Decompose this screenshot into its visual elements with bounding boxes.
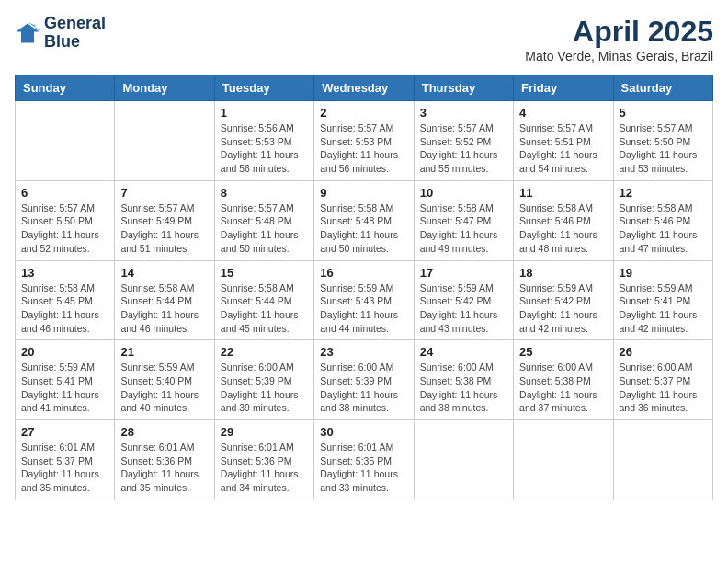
day-number: 15 xyxy=(221,266,308,280)
svg-marker-0 xyxy=(16,23,39,42)
day-info: Sunrise: 5:58 AM Sunset: 5:45 PM Dayligh… xyxy=(21,282,108,336)
calendar-cell: 18Sunrise: 5:59 AM Sunset: 5:42 PM Dayli… xyxy=(514,260,613,340)
day-of-week-header: Thursday xyxy=(414,75,513,101)
calendar-cell: 7Sunrise: 5:57 AM Sunset: 5:49 PM Daylig… xyxy=(115,180,214,260)
day-number: 19 xyxy=(620,266,707,280)
calendar-cell: 27Sunrise: 6:01 AM Sunset: 5:37 PM Dayli… xyxy=(16,420,115,500)
day-info: Sunrise: 5:59 AM Sunset: 5:41 PM Dayligh… xyxy=(620,282,707,336)
day-number: 5 xyxy=(620,106,707,120)
day-info: Sunrise: 5:59 AM Sunset: 5:41 PM Dayligh… xyxy=(21,361,108,415)
calendar-cell: 16Sunrise: 5:59 AM Sunset: 5:43 PM Dayli… xyxy=(314,260,414,340)
calendar-cell xyxy=(16,101,115,181)
day-info: Sunrise: 5:56 AM Sunset: 5:53 PM Dayligh… xyxy=(221,121,308,176)
day-number: 23 xyxy=(320,345,407,359)
day-info: Sunrise: 5:57 AM Sunset: 5:50 PM Dayligh… xyxy=(21,201,108,256)
calendar-cell: 11Sunrise: 5:58 AM Sunset: 5:46 PM Dayli… xyxy=(514,180,613,260)
day-number: 8 xyxy=(221,186,308,200)
calendar-cell: 1Sunrise: 5:56 AM Sunset: 5:53 PM Daylig… xyxy=(214,101,313,181)
calendar-week-row: 27Sunrise: 6:01 AM Sunset: 5:37 PM Dayli… xyxy=(16,420,713,500)
day-info: Sunrise: 6:01 AM Sunset: 5:36 PM Dayligh… xyxy=(120,441,208,495)
day-number: 16 xyxy=(320,266,407,280)
day-info: Sunrise: 5:57 AM Sunset: 5:48 PM Dayligh… xyxy=(221,201,308,256)
day-number: 25 xyxy=(519,345,607,359)
day-info: Sunrise: 6:01 AM Sunset: 5:35 PM Dayligh… xyxy=(320,441,407,495)
day-info: Sunrise: 5:58 AM Sunset: 5:44 PM Dayligh… xyxy=(120,282,208,336)
day-number: 22 xyxy=(221,345,308,359)
calendar-cell: 15Sunrise: 5:58 AM Sunset: 5:44 PM Dayli… xyxy=(214,260,313,340)
calendar-week-row: 1Sunrise: 5:56 AM Sunset: 5:53 PM Daylig… xyxy=(16,101,713,181)
logo-text: General Blue xyxy=(44,15,106,52)
day-number: 29 xyxy=(221,425,308,439)
day-of-week-header: Tuesday xyxy=(214,75,313,101)
day-number: 2 xyxy=(320,106,407,120)
day-of-week-header: Monday xyxy=(115,75,214,101)
day-of-week-header: Friday xyxy=(514,75,613,101)
month-title: April 2025 xyxy=(525,15,713,49)
day-number: 7 xyxy=(120,186,208,200)
calendar-cell xyxy=(115,101,214,181)
day-info: Sunrise: 5:59 AM Sunset: 5:40 PM Dayligh… xyxy=(120,361,208,415)
calendar-cell: 2Sunrise: 5:57 AM Sunset: 5:53 PM Daylig… xyxy=(314,101,414,181)
calendar-cell: 6Sunrise: 5:57 AM Sunset: 5:50 PM Daylig… xyxy=(16,180,115,260)
day-of-week-header: Sunday xyxy=(16,75,115,101)
calendar-cell: 13Sunrise: 5:58 AM Sunset: 5:45 PM Dayli… xyxy=(16,260,115,340)
day-number: 30 xyxy=(320,425,407,439)
calendar-cell xyxy=(414,420,513,500)
calendar-cell: 5Sunrise: 5:57 AM Sunset: 5:50 PM Daylig… xyxy=(613,101,712,181)
day-info: Sunrise: 5:59 AM Sunset: 5:43 PM Dayligh… xyxy=(320,282,407,336)
day-number: 3 xyxy=(420,106,507,120)
title-area: April 2025 Mato Verde, Minas Gerais, Bra… xyxy=(525,15,713,63)
calendar-cell: 12Sunrise: 5:58 AM Sunset: 5:46 PM Dayli… xyxy=(613,180,712,260)
calendar-cell: 19Sunrise: 5:59 AM Sunset: 5:41 PM Dayli… xyxy=(613,260,712,340)
day-info: Sunrise: 5:57 AM Sunset: 5:52 PM Dayligh… xyxy=(420,121,507,176)
calendar-cell: 28Sunrise: 6:01 AM Sunset: 5:36 PM Dayli… xyxy=(115,420,214,500)
day-number: 13 xyxy=(21,266,108,280)
day-info: Sunrise: 5:59 AM Sunset: 5:42 PM Dayligh… xyxy=(420,282,507,336)
logo-icon xyxy=(15,20,40,46)
day-info: Sunrise: 6:00 AM Sunset: 5:38 PM Dayligh… xyxy=(519,361,607,415)
day-info: Sunrise: 6:00 AM Sunset: 5:39 PM Dayligh… xyxy=(320,361,407,415)
calendar-cell: 23Sunrise: 6:00 AM Sunset: 5:39 PM Dayli… xyxy=(314,340,414,420)
day-info: Sunrise: 5:58 AM Sunset: 5:46 PM Dayligh… xyxy=(620,201,707,256)
calendar-cell: 3Sunrise: 5:57 AM Sunset: 5:52 PM Daylig… xyxy=(414,101,513,181)
calendar-week-row: 13Sunrise: 5:58 AM Sunset: 5:45 PM Dayli… xyxy=(16,260,713,340)
day-info: Sunrise: 6:01 AM Sunset: 5:37 PM Dayligh… xyxy=(21,441,108,495)
day-number: 26 xyxy=(620,345,707,359)
calendar-cell xyxy=(514,420,613,500)
calendar-cell: 20Sunrise: 5:59 AM Sunset: 5:41 PM Dayli… xyxy=(16,340,115,420)
calendar-cell: 29Sunrise: 6:01 AM Sunset: 5:36 PM Dayli… xyxy=(214,420,313,500)
day-number: 20 xyxy=(21,345,108,359)
day-of-week-header: Wednesday xyxy=(314,75,414,101)
day-info: Sunrise: 5:57 AM Sunset: 5:53 PM Dayligh… xyxy=(320,121,407,176)
day-number: 18 xyxy=(519,266,607,280)
day-info: Sunrise: 5:58 AM Sunset: 5:47 PM Dayligh… xyxy=(420,201,507,256)
day-info: Sunrise: 5:57 AM Sunset: 5:50 PM Dayligh… xyxy=(620,121,707,176)
day-info: Sunrise: 6:00 AM Sunset: 5:38 PM Dayligh… xyxy=(420,361,507,415)
calendar-cell: 8Sunrise: 5:57 AM Sunset: 5:48 PM Daylig… xyxy=(214,180,313,260)
calendar-cell: 21Sunrise: 5:59 AM Sunset: 5:40 PM Dayli… xyxy=(115,340,214,420)
day-number: 28 xyxy=(120,425,208,439)
day-number: 1 xyxy=(221,106,308,120)
calendar-cell: 25Sunrise: 6:00 AM Sunset: 5:38 PM Dayli… xyxy=(514,340,613,420)
day-info: Sunrise: 5:58 AM Sunset: 5:44 PM Dayligh… xyxy=(221,282,308,336)
calendar-cell: 17Sunrise: 5:59 AM Sunset: 5:42 PM Dayli… xyxy=(414,260,513,340)
location-subtitle: Mato Verde, Minas Gerais, Brazil xyxy=(525,49,713,63)
day-info: Sunrise: 5:57 AM Sunset: 5:51 PM Dayligh… xyxy=(519,121,607,176)
day-number: 6 xyxy=(21,186,108,200)
calendar-cell: 26Sunrise: 6:00 AM Sunset: 5:37 PM Dayli… xyxy=(613,340,712,420)
calendar-cell: 30Sunrise: 6:01 AM Sunset: 5:35 PM Dayli… xyxy=(314,420,414,500)
day-number: 9 xyxy=(320,186,407,200)
day-number: 11 xyxy=(519,186,607,200)
day-info: Sunrise: 5:57 AM Sunset: 5:49 PM Dayligh… xyxy=(120,201,208,256)
day-number: 24 xyxy=(420,345,507,359)
logo-line2: Blue xyxy=(44,33,106,52)
calendar-cell: 24Sunrise: 6:00 AM Sunset: 5:38 PM Dayli… xyxy=(414,340,513,420)
calendar-cell: 9Sunrise: 5:58 AM Sunset: 5:48 PM Daylig… xyxy=(314,180,414,260)
day-number: 12 xyxy=(620,186,707,200)
calendar-cell: 4Sunrise: 5:57 AM Sunset: 5:51 PM Daylig… xyxy=(514,101,613,181)
calendar-table: SundayMondayTuesdayWednesdayThursdayFrid… xyxy=(15,75,713,500)
calendar-week-row: 6Sunrise: 5:57 AM Sunset: 5:50 PM Daylig… xyxy=(16,180,713,260)
day-number: 21 xyxy=(120,345,208,359)
logo: General Blue xyxy=(15,15,106,52)
day-number: 27 xyxy=(21,425,108,439)
